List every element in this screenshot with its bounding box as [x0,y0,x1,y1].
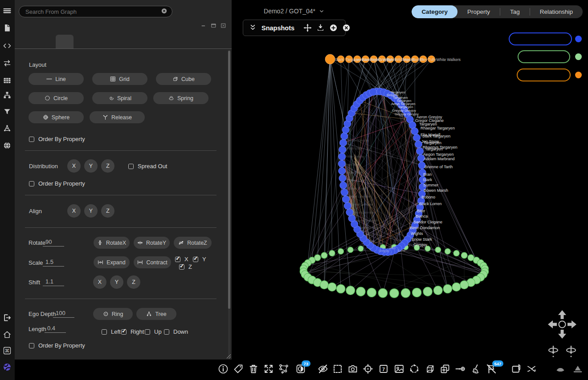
rotatey-button[interactable]: RotateY [134,237,170,249]
contrast-icon[interactable]: 73 [295,364,306,374]
svg-text:Summer: Summer [423,183,438,187]
rotatex-button[interactable]: RotateX [94,237,130,249]
orbit-icon[interactable] [409,364,420,374]
broom-icon[interactable] [470,364,481,374]
cone-down-icon[interactable] [555,364,566,374]
rotatez-button[interactable]: RotateZ [174,237,212,249]
panel-scrollbar-thumb[interactable] [228,51,230,309]
file-icon[interactable] [2,23,12,33]
checkbox-z[interactable]: Z [179,263,192,270]
graph-triangle-icon[interactable] [2,123,12,133]
globe-icon[interactable] [2,141,12,150]
panel-resize-grip[interactable] [226,354,231,359]
value-input[interactable]: 1.1 [43,278,64,286]
graph-canvas[interactable]: StarkTargaryenLannisterBaratheonNight's … [232,0,588,360]
pan-down-arrow[interactable] [558,330,566,339]
close-icon[interactable] [220,22,226,30]
expand-icon[interactable] [263,364,274,374]
checkbox-x[interactable]: X [175,256,188,263]
tab-geometric[interactable] [56,35,74,49]
spiral-button[interactable]: Spiral [92,92,147,104]
copy-plus-icon[interactable] [440,364,450,374]
contract-button[interactable]: Contract [134,256,171,268]
checkbox-down[interactable]: Down [164,328,188,335]
grid-button[interactable]: Grid [92,73,147,85]
line-button[interactable]: Line [29,73,84,85]
checkbox-order-by-property[interactable]: Order By Property [29,342,85,349]
axis-z-button[interactable]: Z [101,159,114,173]
tab-parametric[interactable] [38,35,56,49]
swap-icon[interactable] [2,58,12,68]
expand-button[interactable]: Expand [94,256,130,268]
tree-button[interactable]: Tree [136,308,176,320]
cut-icon[interactable] [526,364,537,374]
pan-left-arrow[interactable] [548,320,557,328]
pan-up-arrow[interactable] [558,310,566,319]
checkbox-left[interactable]: Left [102,328,121,335]
logout-icon[interactable] [2,313,12,323]
frame-7-icon[interactable]: 7 [378,364,389,374]
axis-z-button[interactable]: Z [101,204,114,218]
split-network-icon[interactable] [278,364,289,374]
cone-up-icon[interactable] [572,364,583,374]
checkbox-spread-out[interactable]: Spread Out [128,163,167,170]
value-input[interactable]: 0.4 [45,325,66,333]
search-pill [19,6,172,17]
filter-icon[interactable] [2,107,12,117]
tag-icon[interactable] [233,364,244,374]
command-icon[interactable]: ⌘ [2,346,12,356]
camera-icon[interactable] [347,364,358,374]
value-input[interactable]: 100 [53,310,74,318]
code-icon[interactable] [2,41,12,51]
minimize-icon[interactable] [201,22,207,30]
axis-y-button[interactable]: Y [110,275,123,289]
checkbox-order-by-property[interactable]: Order By Property [29,136,85,142]
axis-z-button[interactable]: Z [127,275,140,289]
axis-x-button[interactable]: X [67,159,81,173]
pan-center-circle[interactable] [559,321,566,328]
rotate-left-icon[interactable] [549,346,558,357]
tab-tree[interactable] [74,35,91,49]
trash-icon[interactable] [248,364,259,374]
axis-x-button[interactable]: X [67,204,81,218]
link-plus-icon[interactable] [455,364,466,374]
rotate-right-icon[interactable] [567,346,576,357]
svg-text:Stark: Stark [423,178,433,182]
home-icon[interactable] [2,330,12,340]
svg-text:Stark: Stark [335,57,344,62]
checkbox-right[interactable]: Right [121,328,144,335]
ring-button[interactable]: Ring [93,308,133,320]
value-input[interactable]: 90 [43,239,64,247]
release-button[interactable]: Release [90,111,145,123]
checkbox-order-by-property[interactable]: Order By Property [29,180,85,187]
menu-icon[interactable] [2,6,12,16]
axis-x-button[interactable]: X [93,275,106,289]
value-input[interactable]: 1.5 [43,259,64,267]
cube3d-icon[interactable] [424,364,435,374]
app-logo[interactable] [2,362,12,372]
eye-off-icon[interactable] [318,364,328,374]
checkbox-y[interactable]: Y [193,256,206,263]
spring-button[interactable]: Spring [153,92,208,104]
marquee-icon[interactable] [332,364,343,374]
maximize-icon[interactable] [211,22,216,30]
tab-force[interactable] [20,35,38,49]
table-icon[interactable] [2,76,12,85]
image-icon[interactable] [394,364,404,374]
axis-y-button[interactable]: Y [84,204,98,218]
sphere-button[interactable]: Sphere [29,111,84,123]
target-icon[interactable] [363,364,373,374]
tablet-pen-icon[interactable] [511,364,522,374]
checkbox-up[interactable]: Up [145,328,162,335]
svg-text:Sansa Stark: Sansa Stark [346,171,363,174]
axis-y-button[interactable]: Y [84,159,98,173]
search-clear-icon[interactable] [161,8,167,16]
flag-off-icon[interactable]: 547 [486,364,497,374]
circle-button[interactable]: Circle [29,92,84,104]
info-icon[interactable] [218,364,229,374]
svg-text:Cersei Lannister: Cersei Lannister [351,203,374,206]
sitemap-icon[interactable] [2,90,12,100]
search-input[interactable] [25,8,161,15]
cube-button[interactable]: Cube [156,73,211,85]
pan-right-arrow[interactable] [568,320,576,328]
